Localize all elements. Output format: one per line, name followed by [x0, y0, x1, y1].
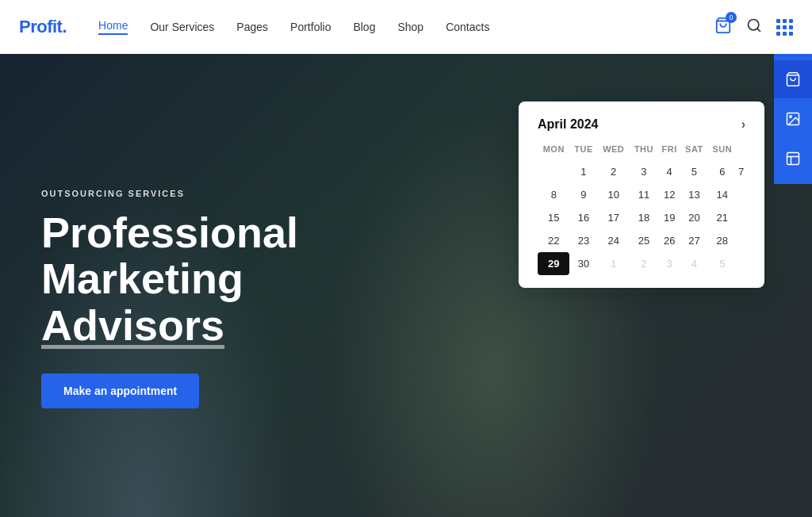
sidebar-image-button[interactable] — [774, 100, 812, 138]
calendar-day[interactable]: 7 — [737, 160, 745, 183]
main-nav: Home Our Services Pages Portfolio Blog S… — [98, 19, 714, 35]
calendar-day[interactable]: 28 — [707, 229, 737, 252]
calendar-day[interactable]: 1 — [597, 252, 629, 275]
hero-subtitle: Outsourcing Services — [41, 189, 298, 198]
calendar-week-row: 15161718192021 — [538, 206, 745, 229]
calendar-day[interactable]: 13 — [681, 183, 708, 206]
calendar-week-row: 293012345 — [538, 252, 745, 275]
calendar-day[interactable]: 5 — [681, 160, 708, 183]
calendar-next-button[interactable]: › — [741, 117, 745, 132]
calendar-day[interactable]: 3 — [630, 160, 658, 183]
svg-line-2 — [757, 28, 760, 31]
calendar-day[interactable]: 1 — [569, 160, 597, 183]
calendar-day[interactable]: 4 — [658, 160, 681, 183]
calendar-day[interactable]: 21 — [707, 206, 737, 229]
right-sidebar — [774, 54, 812, 184]
hero-title-line3: Advisors — [41, 301, 224, 349]
calendar-day[interactable]: 14 — [707, 183, 737, 206]
calendar-body: 1234567891011121314151617181920212223242… — [538, 160, 745, 275]
nav-shop[interactable]: Shop — [397, 21, 423, 33]
calendar-day[interactable]: 2 — [630, 252, 658, 275]
calendar-day[interactable]: 24 — [597, 229, 629, 252]
nav-portfolio[interactable]: Portfolio — [290, 21, 331, 33]
calendar-day[interactable]: 12 — [658, 183, 681, 206]
hero-section: Outsourcing Services Professional Market… — [0, 54, 812, 517]
calendar-day[interactable] — [538, 160, 569, 183]
nav-pages[interactable]: Pages — [236, 21, 268, 33]
calendar-day[interactable]: 25 — [630, 229, 658, 252]
calendar-header: April 2024 › — [538, 117, 745, 132]
sidebar-layout-button[interactable] — [774, 140, 812, 178]
day-tue: TUE — [569, 144, 597, 160]
hero-content: Outsourcing Services Professional Market… — [41, 189, 298, 408]
calendar-title: April 2024 — [538, 117, 598, 132]
header-icons: 0 — [714, 17, 793, 38]
day-wed: WED — [597, 144, 629, 160]
day-sun: SUN — [707, 144, 737, 160]
make-appointment-button[interactable]: Make an appointment — [41, 373, 199, 408]
hero-title-line1: Professional — [41, 209, 298, 256]
search-icon[interactable] — [746, 17, 762, 37]
calendar-day[interactable]: 5 — [707, 252, 737, 275]
calendar-days-header: MON TUE WED THU FRI SAT SUN — [538, 144, 745, 160]
calendar-day[interactable]: 16 — [569, 206, 597, 229]
nav-blog[interactable]: Blog — [353, 21, 375, 33]
calendar-day[interactable]: 29 — [538, 252, 569, 275]
day-sat: SAT — [681, 144, 708, 160]
hero-title: Professional Marketing Advisors — [41, 209, 298, 348]
calendar-day[interactable]: 20 — [681, 206, 708, 229]
calendar-day[interactable]: 17 — [597, 206, 629, 229]
logo[interactable]: Profit. — [19, 17, 67, 37]
calendar-week-row: 1234567 — [538, 160, 745, 183]
svg-point-5 — [790, 116, 792, 118]
day-fri: FRI — [658, 144, 681, 160]
calendar-day[interactable]: 10 — [597, 183, 629, 206]
calendar-day[interactable]: 3 — [658, 252, 681, 275]
calendar-day[interactable]: 9 — [569, 183, 597, 206]
calendar-day[interactable]: 2 — [597, 160, 629, 183]
nav-home[interactable]: Home — [98, 19, 128, 35]
calendar-week-row: 891011121314 — [538, 183, 745, 206]
logo-dot: . — [62, 17, 67, 36]
calendar-day[interactable]: 23 — [569, 229, 597, 252]
day-mon: MON — [538, 144, 569, 160]
calendar-day[interactable]: 30 — [569, 252, 597, 275]
calendar-day[interactable]: 4 — [681, 252, 708, 275]
calendar-day[interactable]: 11 — [630, 183, 658, 206]
calendar-card: April 2024 › MON TUE WED THU FRI SAT SUN… — [519, 101, 764, 288]
calendar-day[interactable]: 15 — [538, 206, 569, 229]
logo-text: Profit — [19, 17, 62, 36]
nav-our-services[interactable]: Our Services — [150, 21, 214, 33]
header: Profit. Home Our Services Pages Portfoli… — [0, 0, 812, 54]
calendar-day[interactable]: 19 — [658, 206, 681, 229]
svg-rect-6 — [787, 153, 799, 165]
sidebar-cart-button[interactable] — [774, 60, 812, 98]
calendar-day[interactable]: 27 — [681, 229, 708, 252]
calendar-grid: MON TUE WED THU FRI SAT SUN 123456789101… — [538, 144, 745, 275]
cart-badge: 0 — [726, 12, 737, 23]
day-thu: THU — [630, 144, 658, 160]
calendar-day[interactable]: 8 — [538, 183, 569, 206]
calendar-week-row: 22232425262728 — [538, 229, 745, 252]
calendar-day[interactable]: 22 — [538, 229, 569, 252]
cart-icon[interactable]: 0 — [714, 17, 732, 38]
calendar-day[interactable]: 6 — [707, 160, 737, 183]
calendar-day[interactable]: 26 — [658, 229, 681, 252]
grid-icon[interactable] — [776, 19, 793, 36]
nav-contacts[interactable]: Contacts — [446, 21, 489, 33]
hero-title-line2: Marketing — [41, 255, 243, 302]
calendar-day[interactable]: 18 — [630, 206, 658, 229]
